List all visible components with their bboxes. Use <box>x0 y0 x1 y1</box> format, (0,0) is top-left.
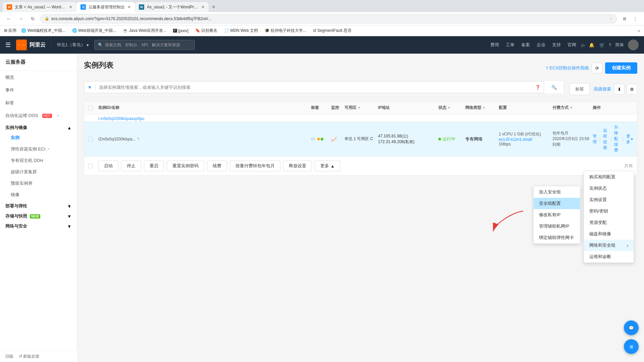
cart-icon[interactable]: 🛒 <box>599 43 605 48</box>
browser-tab-1[interactable]: W 文章 < As_usua1 — WordPress ✕ <box>3 2 76 12</box>
nav-record[interactable]: 备案 <box>521 42 530 48</box>
bookmark-identify[interactable]: 🔖 识别番名 <box>193 27 219 34</box>
nav-official[interactable]: 官网 <box>568 42 576 48</box>
advanced-search-link[interactable]: 高级搜索 <box>594 86 611 92</box>
bookmark-mdn[interactable]: 📄 MDN Web 文档 <box>222 27 260 34</box>
more-actions-button[interactable]: 更多 ▲ <box>315 161 340 171</box>
upgrade-link[interactable]: 升降配续费 <box>614 125 620 153</box>
sidebar-item-oos[interactable]: 自动化运维 OOS HOT ↗ <box>0 109 77 122</box>
tab-close-2[interactable]: ✕ <box>127 5 131 9</box>
sidebar-section-instances[interactable]: 实例与镜像 ▲ <box>0 122 77 132</box>
browser-tab-2[interactable]: 云 云服务器管理控制台 ✕ <box>76 2 135 12</box>
sidebar-item-hpc[interactable]: 超级计算集群 <box>0 166 77 178</box>
dropdown-item-bind-eni[interactable]: 绑定辅助弹性网卡 <box>534 232 580 243</box>
sidebar-item-tags[interactable]: 标签 <box>0 97 77 109</box>
manage-link[interactable]: 管理 <box>593 133 597 145</box>
reload-button[interactable]: ↻ <box>28 14 38 23</box>
notification-icon[interactable]: 🔔• <box>589 42 595 48</box>
region-selector[interactable]: 华北1（青岛） ▾ <box>51 42 89 48</box>
bookmark-sf[interactable]: sf SegmentFault 思否 <box>311 27 354 34</box>
renew-button[interactable]: 续费 <box>207 161 227 171</box>
dropdown-item-buy-same[interactable]: 购买相同配置 <box>584 171 634 183</box>
dropdown-item-instance-settings[interactable]: 实例设置 <box>584 194 634 205</box>
export-button[interactable]: ⬇ <box>614 84 625 95</box>
tab-close-3[interactable]: ✕ <box>201 5 205 9</box>
start-button[interactable]: 启动 <box>98 161 118 171</box>
create-instance-button[interactable]: 创建实例 <box>605 62 637 74</box>
sidebar-item-eci[interactable]: 弹性容器实例 ECI ↗ <box>0 143 77 155</box>
nav-fees[interactable]: 费用 <box>490 42 499 48</box>
reset-password-button[interactable]: 重置实例密码 <box>167 161 204 171</box>
dropdown-item-resource-change[interactable]: 资源变配 <box>584 217 634 228</box>
instance-id-link[interactable]: i-m5e5q3200klspaaxp5pu <box>88 114 633 122</box>
settings-button[interactable]: ⚙ <box>627 84 637 95</box>
dropdown-item-instance-status[interactable]: 实例状态 <box>584 183 634 194</box>
filter-icon[interactable]: ▼ <box>84 85 96 90</box>
convert-billing-button[interactable]: 按量付费转包年包月 <box>230 161 280 171</box>
forward-button[interactable]: → <box>16 14 25 23</box>
dropdown-item-password-key[interactable]: 密码/密钥 <box>584 205 634 217</box>
nav-enterprise[interactable]: 企业 <box>537 42 545 48</box>
menu-button[interactable]: ⋮ <box>631 14 640 23</box>
sidebar-section-network[interactable]: 网络与安全 ▼ <box>0 221 77 231</box>
address-bar[interactable]: 🔒 ecs.console.aliyun.com/?spm=5176.20205… <box>40 14 617 23</box>
release-button[interactable]: 释放设置 <box>283 161 312 171</box>
guide-link[interactable]: ? ECS控制台操作指南 <box>546 65 589 71</box>
dropdown-item-modify-private-ip[interactable]: 修改私有IP <box>534 209 580 221</box>
sidebar-toggle-icon[interactable]: ☰ <box>5 41 11 49</box>
user-avatar[interactable] <box>628 40 639 50</box>
search-help-icon[interactable]: ❓ <box>532 85 544 90</box>
more-link[interactable]: 更多 ▾ <box>626 133 633 145</box>
dropdown-item-manage-secondary-ip[interactable]: 管理辅助私网IP <box>534 221 580 232</box>
row-checkbox[interactable] <box>88 137 98 141</box>
refresh-button[interactable]: ⟳ <box>592 63 602 73</box>
dropdown-item-add-security-group[interactable]: 加入安全组 <box>534 186 580 198</box>
instance-config-type[interactable]: ecs.t5-lc1m1.small <box>499 137 552 142</box>
tag-button[interactable]: 标签 <box>570 83 590 95</box>
help-icon[interactable]: ? <box>609 43 611 48</box>
bookmark-java[interactable]: ☕ Java Web应用开发... <box>121 27 168 34</box>
bookmark-pixiv[interactable]: 🅿 [pixiv] <box>171 28 191 34</box>
extensions-button[interactable]: ⊞ <box>620 14 629 23</box>
tab-close-1[interactable]: ✕ <box>69 5 72 9</box>
bookmark-school[interactable]: 🎓 杭州电子科技大学... <box>263 27 308 34</box>
bottom-checkbox[interactable] <box>88 164 93 168</box>
remote-connect-link[interactable]: 远程连接 <box>603 128 608 150</box>
language-icon[interactable]: 简体 <box>615 42 624 48</box>
sidebar-item-overview[interactable]: 概览 <box>0 71 77 84</box>
bookmarks-more-button[interactable]: » <box>638 28 640 33</box>
bookmark-web1[interactable]: 🌐 Web编程技术_中国... <box>19 27 67 34</box>
sidebar-item-ddh[interactable]: 专有宿主机 DDH <box>0 155 77 166</box>
header-search[interactable]: 🔍 搜索文档、控制台、API、解决方案和资源 <box>94 40 195 50</box>
new-tab-button[interactable]: + <box>209 2 219 12</box>
back-button[interactable]: ← <box>4 14 13 23</box>
sidebar-section-deploy[interactable]: 部署与弹性 ▼ <box>0 200 77 210</box>
table-checkbox-all[interactable] <box>88 106 98 110</box>
search-input[interactable] <box>96 85 532 90</box>
dropdown-item-network-security[interactable]: 网络和安全组 › <box>584 240 634 251</box>
tag-label-icon[interactable]: 🏷 <box>311 136 315 141</box>
edit-name-icon[interactable]: ✎ <box>137 137 140 141</box>
video-icon[interactable]: ▷ <box>582 43 585 48</box>
stop-button[interactable]: 停止 <box>121 161 141 171</box>
bookmark-apps[interactable]: ⊞ 应用 <box>4 28 16 34</box>
dropdown-item-security-group-config[interactable]: 安全组配置 <box>534 198 580 209</box>
old-version-link[interactable]: 旧版 <box>5 354 13 359</box>
search-button[interactable]: 🔍 <box>544 81 564 93</box>
dropdown-item-ops-diagnose[interactable]: 运维和诊断 <box>584 251 634 262</box>
nav-tickets[interactable]: 工单 <box>506 42 515 48</box>
sidebar-item-reserved[interactable]: 预留实例券 <box>0 178 77 189</box>
sidebar-item-images[interactable]: 镜像 <box>0 189 77 200</box>
chat-button[interactable]: 💬 <box>624 320 639 335</box>
nav-support[interactable]: 支持 <box>552 42 561 48</box>
monitor-chart-icon[interactable]: 📈 <box>331 136 337 142</box>
sidebar-item-instances[interactable]: 实例 <box>0 132 77 143</box>
dropdown-item-disk-image[interactable]: 磁盘和镜像 <box>584 228 634 240</box>
browser-tab-3[interactable]: W As_usua1 - 又一个WordPress站... ✕ <box>135 2 209 12</box>
bookmark-web2[interactable]: 🌐 Web前端开发_中国... <box>70 27 118 34</box>
feedback-link[interactable]: ↺ 新版反馈 <box>19 354 39 359</box>
restart-button[interactable]: 重启 <box>144 161 164 171</box>
sidebar-item-events[interactable]: 事件 <box>0 84 77 97</box>
bookmark-star-icon[interactable]: ☆ <box>609 16 613 21</box>
grid-view-button[interactable]: ⊞ <box>624 339 639 354</box>
